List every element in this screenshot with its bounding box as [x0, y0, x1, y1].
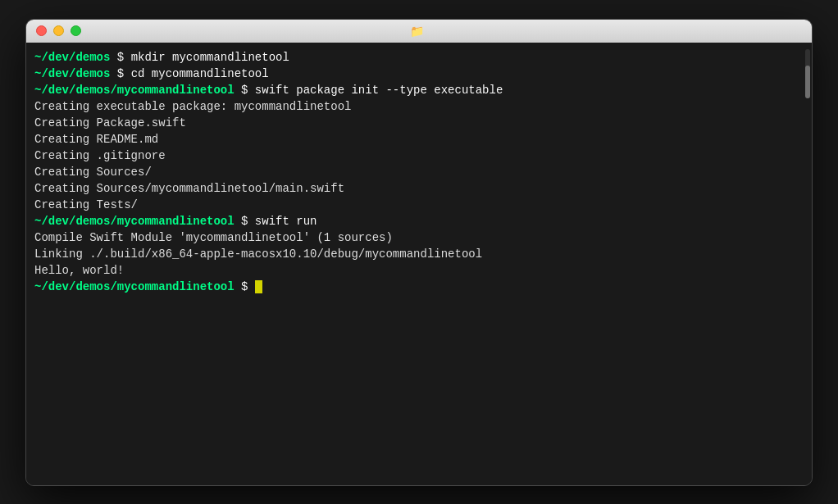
command-text: $ swift package init --type executable [235, 84, 503, 97]
terminal-line: Creating Tests/ [34, 197, 804, 213]
terminal-output: ~/dev/demos $ mkdir mycommandlinetool~/d… [34, 49, 804, 295]
output-text: Creating Sources/mycommandlinetool/main.… [34, 182, 344, 195]
terminal-window: 📁 ~/dev/demos $ mkdir mycommandlinetool~… [25, 19, 813, 486]
maximize-button[interactable] [71, 25, 81, 36]
terminal-line: ~/dev/demos $ mkdir mycommandlinetool [34, 49, 804, 66]
close-button[interactable] [36, 25, 47, 36]
output-text: Compile Swift Module 'mycommandlinetool'… [34, 231, 393, 244]
output-text: Creating executable package: mycommandli… [34, 100, 351, 113]
terminal-line: Creating .gitignore [34, 148, 804, 164]
prompt: ~/dev/demos/mycommandlinetool [34, 280, 235, 293]
prompt: ~/dev/demos [34, 51, 110, 64]
terminal-line: Creating Sources/mycommandlinetool/main.… [34, 180, 804, 197]
terminal-line: Creating Package.swift [34, 115, 804, 131]
prompt: ~/dev/demos/mycommandlinetool [34, 84, 235, 97]
minimize-button[interactable] [53, 25, 64, 36]
terminal-line: ~/dev/demos/mycommandlinetool $ [34, 279, 804, 295]
terminal-line: Creating README.md [34, 131, 804, 148]
scrollbar-thumb[interactable] [805, 66, 810, 98]
terminal-line: ~/dev/demos/mycommandlinetool $ swift ru… [34, 213, 804, 229]
output-text: Linking ./.build/x86_64-apple-macosx10.1… [34, 247, 482, 261]
output-text: Creating .gitignore [34, 149, 166, 162]
output-text: Creating Sources/ [34, 166, 152, 179]
command-text: $ cd mycommandlinetool [110, 67, 268, 80]
terminal-line: Hello, world! [34, 262, 804, 279]
output-text: Creating Tests/ [34, 198, 138, 211]
cursor [255, 280, 262, 293]
command-text: $ mkdir mycommandlinetool [110, 51, 289, 64]
terminal-line: Creating executable package: mycommandli… [34, 98, 804, 115]
terminal-line: Creating Sources/ [34, 164, 804, 180]
terminal-line: Compile Swift Module 'mycommandlinetool'… [34, 229, 804, 246]
output-text: Creating Package.swift [34, 116, 186, 129]
output-text: Creating README.md [34, 133, 158, 146]
scrollbar[interactable] [805, 49, 810, 98]
prompt: ~/dev/demos/mycommandlinetool [34, 215, 235, 228]
terminal-body[interactable]: ~/dev/demos $ mkdir mycommandlinetool~/d… [26, 43, 812, 485]
command-text: $ [235, 280, 255, 293]
folder-icon: 📁 [410, 25, 424, 38]
terminal-line: Linking ./.build/x86_64-apple-macosx10.1… [34, 246, 804, 262]
prompt: ~/dev/demos [34, 67, 110, 80]
terminal-line: ~/dev/demos/mycommandlinetool $ swift pa… [34, 82, 804, 98]
traffic-lights [36, 25, 81, 36]
output-text: Hello, world! [34, 264, 124, 277]
command-text: $ swift run [235, 215, 317, 228]
terminal-line: ~/dev/demos $ cd mycommandlinetool [34, 66, 804, 82]
window-title: 📁 [410, 25, 429, 38]
titlebar: 📁 [26, 20, 812, 43]
